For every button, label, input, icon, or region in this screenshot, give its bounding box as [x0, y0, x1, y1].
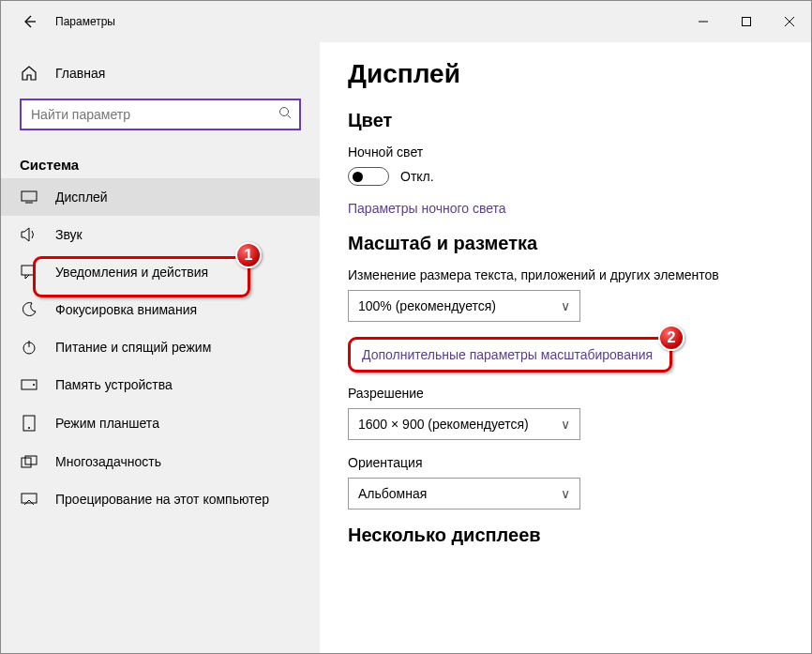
- svg-line-5: [288, 115, 292, 119]
- multitask-icon: [20, 455, 38, 468]
- sidebar-item-sound[interactable]: Звук: [1, 216, 320, 253]
- scale-label: Изменение размера текста, приложений и д…: [348, 267, 783, 282]
- resolution-value: 1600 × 900 (рекомендуется): [358, 417, 529, 432]
- sidebar-item-power[interactable]: Питание и спящий режим: [1, 328, 320, 366]
- sidebar-item-projecting[interactable]: Проецирование на этот компьютер: [1, 480, 320, 518]
- sidebar-item-label: Звук: [55, 227, 83, 242]
- svg-point-4: [280, 108, 289, 116]
- svg-rect-8: [22, 266, 35, 275]
- sidebar-item-label: Фокусировка внимания: [55, 302, 197, 317]
- svg-rect-6: [22, 191, 37, 201]
- search-input[interactable]: [20, 99, 301, 130]
- orientation-select[interactable]: Альбомная ∨: [348, 478, 580, 510]
- sidebar-item-label: Проецирование на этот компьютер: [55, 492, 269, 507]
- orientation-label: Ориентация: [348, 455, 783, 470]
- sidebar-item-focus[interactable]: Фокусировка внимания: [1, 291, 320, 328]
- section-scale: Масштаб и разметка: [348, 233, 783, 254]
- sidebar-item-label: Дисплей: [55, 190, 108, 205]
- scale-value: 100% (рекомендуется): [358, 298, 496, 313]
- night-light-settings-link[interactable]: Параметры ночного света: [348, 201, 783, 216]
- close-button[interactable]: [768, 7, 811, 37]
- section-color: Цвет: [348, 110, 783, 131]
- storage-icon: [20, 379, 38, 390]
- night-light-state: Откл.: [400, 169, 434, 184]
- home-button[interactable]: Главная: [1, 55, 320, 91]
- main-content: Дисплей Цвет Ночной свет Откл. Параметры…: [320, 42, 811, 653]
- sidebar-item-label: Уведомления и действия: [55, 265, 208, 280]
- sidebar-item-label: Режим планшета: [55, 416, 159, 431]
- window-title: Параметры: [55, 15, 115, 28]
- arrow-left-icon: [22, 14, 37, 29]
- chevron-down-icon: ∨: [561, 486, 570, 501]
- section-multi-display: Несколько дисплеев: [348, 525, 783, 546]
- sidebar-item-tablet[interactable]: Режим планшета: [1, 403, 320, 443]
- minimize-button[interactable]: [682, 7, 725, 37]
- sidebar-item-storage[interactable]: Память устройства: [1, 366, 320, 403]
- svg-point-14: [28, 427, 30, 429]
- svg-rect-1: [743, 18, 751, 26]
- window-controls: [682, 7, 811, 37]
- chevron-down-icon: ∨: [561, 298, 570, 313]
- tablet-icon: [20, 415, 38, 432]
- sidebar-item-display[interactable]: Дисплей: [1, 178, 320, 216]
- annotation-badge-1: 1: [235, 242, 262, 268]
- moon-icon: [20, 302, 38, 317]
- sidebar-item-label: Многозадачность: [55, 454, 161, 469]
- svg-point-12: [33, 384, 35, 386]
- notification-icon: [20, 265, 38, 280]
- titlebar: Параметры: [1, 1, 811, 42]
- sidebar: Главная Система Дисплей Звук Уведомления…: [1, 42, 320, 653]
- annotation-highlight-2: Дополнительные параметры масштабирования…: [348, 337, 672, 373]
- project-icon: [20, 493, 38, 506]
- home-icon: [20, 65, 38, 82]
- svg-rect-17: [22, 494, 37, 503]
- resolution-select[interactable]: 1600 × 900 (рекомендуется) ∨: [348, 408, 580, 440]
- back-button[interactable]: [16, 14, 42, 29]
- advanced-scaling-link[interactable]: Дополнительные параметры масштабирования: [362, 347, 658, 362]
- sidebar-item-multitask[interactable]: Многозадачность: [1, 443, 320, 480]
- power-icon: [20, 340, 38, 355]
- settings-window: Параметры Главная Система: [0, 0, 812, 654]
- search-icon: [278, 106, 292, 119]
- monitor-icon: [20, 190, 38, 204]
- night-light-toggle[interactable]: [348, 167, 389, 186]
- sidebar-item-label: Питание и спящий режим: [55, 340, 211, 355]
- annotation-badge-2: 2: [658, 325, 684, 351]
- page-title: Дисплей: [348, 59, 783, 89]
- home-label: Главная: [55, 66, 105, 81]
- chevron-down-icon: ∨: [561, 417, 570, 432]
- night-light-label: Ночной свет: [348, 144, 783, 160]
- section-title: Система: [1, 145, 320, 178]
- svg-rect-15: [22, 458, 31, 467]
- scale-select[interactable]: 100% (рекомендуется) ∨: [348, 290, 580, 322]
- sidebar-item-label: Память устройства: [55, 377, 173, 392]
- speaker-icon: [20, 227, 38, 242]
- maximize-button[interactable]: [725, 7, 768, 37]
- sidebar-item-notifications[interactable]: Уведомления и действия: [1, 253, 320, 291]
- resolution-label: Разрешение: [348, 386, 783, 401]
- orientation-value: Альбомная: [358, 486, 427, 501]
